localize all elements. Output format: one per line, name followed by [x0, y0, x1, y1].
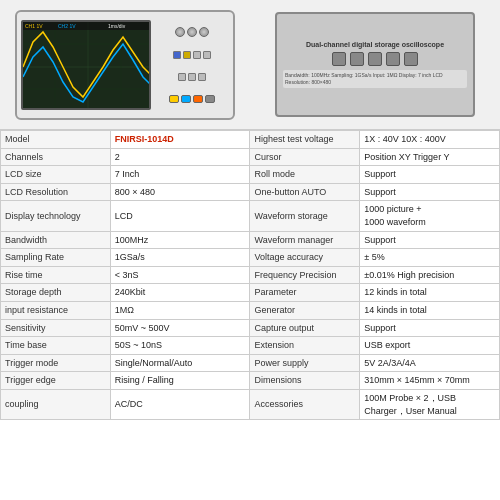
- table-row: LCD size7 InchRoll modeSupport: [1, 166, 500, 184]
- osc-device-front: CH1 1V CH2 1V 1ms/div: [15, 10, 235, 120]
- btn-ch2[interactable]: [183, 51, 191, 59]
- spec-value-left: 240Kbit: [110, 284, 250, 302]
- spec-label-right: Cursor: [250, 148, 360, 166]
- spec-label-right: Highest test voltage: [250, 131, 360, 149]
- spec-label-left: Storage depth: [1, 284, 111, 302]
- spec-label-right: Parameter: [250, 284, 360, 302]
- back-port-4: [386, 52, 400, 66]
- probe-ch1[interactable]: [169, 95, 179, 103]
- spec-value-right: 310mm × 145mm × 70mm: [360, 372, 500, 390]
- btn-ch1[interactable]: [173, 51, 181, 59]
- spec-value-left: 800 × 480: [110, 183, 250, 201]
- back-port-3: [368, 52, 382, 66]
- spec-label-left: Sampling Rate: [1, 249, 111, 267]
- knob-1[interactable]: [175, 27, 185, 37]
- spec-label-left: Bandwidth: [1, 231, 111, 249]
- table-row: Storage depth240KbitParameter12 kinds in…: [1, 284, 500, 302]
- table-row: input resistance1MΩGenerator14 kinds in …: [1, 301, 500, 319]
- spec-label-left: Trigger edge: [1, 372, 111, 390]
- table-row: Trigger modeSingle/Normal/AutoPower supp…: [1, 354, 500, 372]
- spec-label-left: Channels: [1, 148, 111, 166]
- back-device-title: Dual-channel digital storage oscilloscop…: [283, 41, 467, 48]
- spec-value-left: Single/Normal/Auto: [110, 354, 250, 372]
- device-images-section: CH1 1V CH2 1V 1ms/div: [0, 0, 500, 130]
- spec-value-left: < 3nS: [110, 266, 250, 284]
- spec-label-left: Model: [1, 131, 111, 149]
- spec-label-right: Waveform storage: [250, 201, 360, 231]
- probe-row: [155, 95, 229, 103]
- btn-auto[interactable]: [203, 51, 211, 59]
- spec-value-right: ± 5%: [360, 249, 500, 267]
- btn-menu[interactable]: [188, 73, 196, 81]
- spec-value-left: 100MHz: [110, 231, 250, 249]
- btn-run[interactable]: [193, 51, 201, 59]
- spec-value-right: USB export: [360, 337, 500, 355]
- back-ports: [283, 52, 467, 66]
- osc-controls: [151, 20, 229, 110]
- table-row: Sensitivity50mV ~ 500VCapture outputSupp…: [1, 319, 500, 337]
- osc-device-back: Dual-channel digital storage oscilloscop…: [275, 12, 475, 117]
- back-port-1: [332, 52, 346, 66]
- spec-value-right: 5V 2A/3A/4A: [360, 354, 500, 372]
- spec-label-right: Capture output: [250, 319, 360, 337]
- spec-value-right: 1000 picture + 1000 waveform: [360, 201, 500, 231]
- table-row: couplingAC/DCAccessories100M Probe × 2，U…: [1, 389, 500, 419]
- probe-gnd[interactable]: [205, 95, 215, 103]
- table-row: Channels2CursorPosition XY Trigger Y: [1, 148, 500, 166]
- spec-value-left: AC/DC: [110, 389, 250, 419]
- knob-3[interactable]: [199, 27, 209, 37]
- spec-value-right: 14 kinds in total: [360, 301, 500, 319]
- probe-ch2[interactable]: [181, 95, 191, 103]
- table-row: Bandwidth100MHzWaveform managerSupport: [1, 231, 500, 249]
- table-row: Trigger edgeRising / FallingDimensions31…: [1, 372, 500, 390]
- spec-value-left: 50S ~ 10nS: [110, 337, 250, 355]
- probe-ext[interactable]: [193, 95, 203, 103]
- btn-trig[interactable]: [178, 73, 186, 81]
- spec-label-left: Rise time: [1, 266, 111, 284]
- spec-label-right: Dimensions: [250, 372, 360, 390]
- svg-text:CH1 1V: CH1 1V: [25, 23, 43, 29]
- spec-value-right: Support: [360, 231, 500, 249]
- spec-label-right: Waveform manager: [250, 231, 360, 249]
- spec-label-left: Trigger mode: [1, 354, 111, 372]
- svg-text:CH2 1V: CH2 1V: [58, 23, 76, 29]
- oscilloscope-front-image: CH1 1V CH2 1V 1ms/div: [0, 0, 250, 129]
- spec-value-left: Rising / Falling: [110, 372, 250, 390]
- spec-label-left: LCD size: [1, 166, 111, 184]
- spec-label-left: Sensitivity: [1, 319, 111, 337]
- btn-meas[interactable]: [198, 73, 206, 81]
- knob-2[interactable]: [187, 27, 197, 37]
- oscilloscope-back-image: Dual-channel digital storage oscilloscop…: [250, 0, 500, 129]
- spec-value-right: Support: [360, 183, 500, 201]
- back-port-2: [350, 52, 364, 66]
- back-port-5: [404, 52, 418, 66]
- spec-value-right: Support: [360, 319, 500, 337]
- spec-label-left: Display technology: [1, 201, 111, 231]
- specs-table: ModelFNIRSI-1014DHighest test voltage1X …: [0, 130, 500, 420]
- spec-value-left: 1MΩ: [110, 301, 250, 319]
- osc-screen: CH1 1V CH2 1V 1ms/div: [21, 20, 151, 110]
- spec-value-left: LCD: [110, 201, 250, 231]
- spec-value-right: Support: [360, 166, 500, 184]
- table-row: Time base50S ~ 10nSExtensionUSB export: [1, 337, 500, 355]
- table-row: Rise time< 3nSFrequency Precision±0.01% …: [1, 266, 500, 284]
- spec-value-left: 1GSa/s: [110, 249, 250, 267]
- spec-label-left: input resistance: [1, 301, 111, 319]
- spec-label-right: Frequency Precision: [250, 266, 360, 284]
- spec-label-right: One-button AUTO: [250, 183, 360, 201]
- spec-value-right: Position XY Trigger Y: [360, 148, 500, 166]
- spec-value-right: 1X : 40V 10X : 400V: [360, 131, 500, 149]
- spec-label-right: Voltage accuracy: [250, 249, 360, 267]
- spec-label-left: Time base: [1, 337, 111, 355]
- spec-label-left: LCD Resolution: [1, 183, 111, 201]
- buttons-row-1: [155, 51, 229, 59]
- spec-value-left: 50mV ~ 500V: [110, 319, 250, 337]
- table-row: LCD Resolution800 × 480One-button AUTOSu…: [1, 183, 500, 201]
- table-row: ModelFNIRSI-1014DHighest test voltage1X …: [1, 131, 500, 149]
- spec-label-right: Power supply: [250, 354, 360, 372]
- spec-value-right: ±0.01% High precision: [360, 266, 500, 284]
- spec-label-right: Roll mode: [250, 166, 360, 184]
- knobs-row: [155, 27, 229, 37]
- buttons-row-2: [155, 73, 229, 81]
- svg-text:1ms/div: 1ms/div: [108, 23, 126, 29]
